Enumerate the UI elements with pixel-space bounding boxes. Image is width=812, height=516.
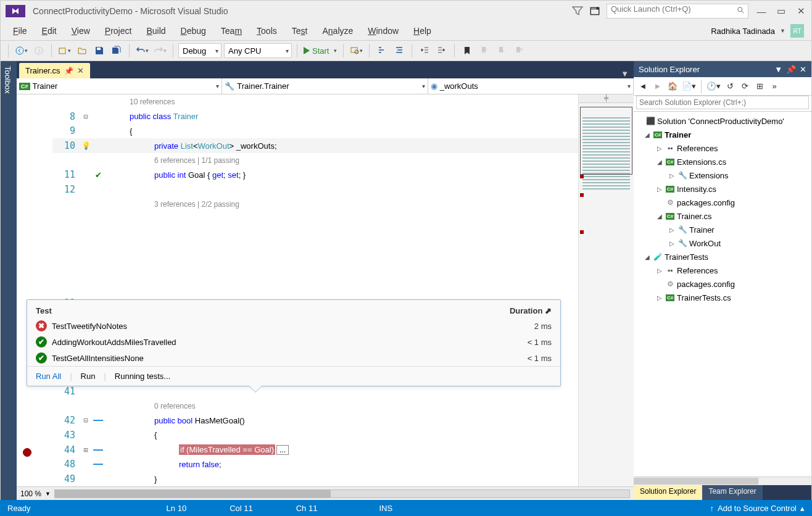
run-link[interactable]: Run [81, 372, 96, 381]
class-node[interactable]: ▷🔧Extensions [634, 169, 811, 182]
publish-icon[interactable]: ↑ [710, 504, 715, 513]
chevron-down-icon[interactable]: ▼ [780, 28, 785, 34]
source-control-link[interactable]: Add to Source Control [718, 504, 797, 513]
tree-scrollbar[interactable] [634, 476, 811, 485]
popout-icon[interactable]: ⬈ [545, 306, 552, 315]
next-bookmark-button[interactable] [494, 43, 509, 58]
file-node[interactable]: ⚙packages.config [634, 196, 811, 209]
menu-debug[interactable]: Debug [173, 23, 213, 38]
pin-icon[interactable]: 📌 [786, 65, 796, 74]
file-node[interactable]: ▷C#TrainerTests.cs [634, 291, 811, 304]
tabs-dropdown-icon[interactable]: ▼ [616, 69, 634, 78]
avatar[interactable]: RT [790, 24, 804, 38]
menu-team[interactable]: Team [213, 23, 249, 38]
file-node[interactable]: ⚙packages.config [634, 277, 811, 291]
file-node[interactable]: ◢C#Extensions.cs [634, 155, 811, 169]
test-row[interactable]: ✔TestGetAllIntensitiesNone< 1 ms [27, 350, 560, 366]
fwd-button[interactable]: ► [651, 80, 665, 93]
solution-explorer-header[interactable]: Solution Explorer ▼ 📌 ✕ [634, 61, 811, 77]
start-button[interactable]: Start▾ [302, 43, 338, 58]
bookmark-button[interactable] [460, 43, 474, 58]
platform-combo[interactable]: Any CPU [224, 43, 292, 58]
menu-tools[interactable]: Tools [249, 23, 284, 38]
notifications-icon[interactable] [589, 6, 600, 17]
close-button[interactable]: ✕ [794, 4, 808, 18]
references-node[interactable]: ▷▪▪References [634, 141, 811, 155]
code-editor[interactable]: 10 references 8⊟public class Trainer 9{ … [17, 94, 634, 486]
menu-edit[interactable]: Edit [35, 23, 64, 38]
pin-icon[interactable]: 📌 [64, 67, 73, 75]
codelens[interactable]: 6 references | 1/1 passing [105, 154, 239, 167]
open-file-button[interactable] [75, 43, 89, 58]
menu-file[interactable]: File [6, 23, 35, 38]
prev-bookmark-button[interactable] [477, 43, 492, 58]
split-icon[interactable]: ╪ [579, 94, 634, 103]
nav-member-combo[interactable]: ◉_workOuts [428, 78, 634, 94]
indent-right-button[interactable] [434, 43, 449, 58]
codelens[interactable]: 3 references | 2/2 passing [105, 198, 239, 210]
nav-fwd-button[interactable] [31, 43, 46, 58]
codelens[interactable]: 10 references [105, 96, 175, 108]
chevron-down-icon[interactable]: ▼ [774, 65, 782, 74]
class-node[interactable]: ▷🔧WorkOut [634, 236, 811, 250]
filter-icon[interactable] [572, 6, 583, 17]
nav-scope-combo[interactable]: C#Trainer [17, 78, 222, 94]
project-node[interactable]: ◢C#Trainer [634, 128, 811, 141]
file-node[interactable]: ◢C#Trainer.cs [634, 209, 811, 223]
references-node[interactable]: ▷▪▪References [634, 264, 811, 277]
chevron-down-icon[interactable]: ▼ [45, 491, 51, 497]
collapse-icon[interactable]: ⟳ [738, 80, 752, 93]
lightbulb-icon[interactable]: 💡 [81, 141, 91, 150]
nav-back-button[interactable]: ▾ [14, 43, 29, 58]
run-all-link[interactable]: Run All [36, 372, 61, 381]
toolbox-tab[interactable]: Toolbox [1, 61, 17, 500]
overview-ruler[interactable]: ╪ [578, 94, 634, 486]
solution-node[interactable]: ⬛Solution 'ConnectProductivityDemo' [634, 114, 811, 128]
minimize-button[interactable]: — [755, 4, 768, 18]
nav-type-combo[interactable]: 🔧Trainer.Trainer [222, 78, 428, 94]
step-into-button[interactable] [375, 43, 389, 58]
back-button[interactable]: ◄ [636, 80, 650, 93]
indent-left-button[interactable] [417, 43, 432, 58]
maximize-button[interactable]: ▭ [774, 4, 788, 18]
breakpoint-icon[interactable] [23, 448, 31, 457]
find-button[interactable]: ▾ [349, 43, 364, 58]
close-icon[interactable]: ✕ [800, 65, 806, 74]
user-name[interactable]: Radhika Tadinada [711, 27, 775, 36]
more-icon[interactable]: » [768, 80, 781, 93]
file-node[interactable]: ▷C#Intensity.cs [634, 182, 811, 196]
step-over-button[interactable] [392, 43, 407, 58]
menu-test[interactable]: Test [284, 23, 315, 38]
zoom-level[interactable]: 100 % [20, 489, 41, 498]
solution-search-input[interactable] [636, 96, 809, 109]
history-icon[interactable]: 🕐▾ [705, 80, 722, 93]
menu-build[interactable]: Build [139, 23, 173, 38]
test-row[interactable]: ✔AddingWorkoutAddsMilesTravelled< 1 ms [27, 334, 560, 350]
project-node[interactable]: ◢🧪TrainerTests [634, 250, 811, 264]
tab-solution-explorer[interactable]: Solution Explorer [634, 485, 702, 500]
menu-view[interactable]: View [64, 23, 97, 38]
menu-help[interactable]: Help [406, 23, 439, 38]
menu-window[interactable]: Window [360, 23, 406, 38]
chevron-up-icon[interactable]: ▴ [800, 504, 805, 513]
menu-project[interactable]: Project [97, 23, 139, 38]
test-row[interactable]: ✖TestTweetifyNoNotes2 ms [27, 318, 560, 334]
codelens[interactable]: 0 references [105, 400, 196, 412]
menu-analyze[interactable]: Analyze [315, 23, 360, 38]
clear-bookmarks-button[interactable] [512, 43, 526, 58]
tab-team-explorer[interactable]: Team Explorer [702, 485, 762, 500]
save-all-button[interactable] [109, 43, 124, 58]
new-project-button[interactable]: ▾ [57, 43, 72, 58]
home-icon[interactable]: 🏠 [666, 80, 679, 93]
close-tab-icon[interactable]: ✕ [77, 66, 84, 75]
show-all-icon[interactable]: ⊞ [753, 80, 766, 93]
config-combo[interactable]: Debug [178, 43, 222, 58]
save-button[interactable] [92, 43, 107, 58]
redo-button[interactable]: ▾ [152, 43, 168, 58]
quick-launch-input[interactable]: Quick Launch (Ctrl+Q) [607, 4, 748, 19]
undo-button[interactable]: ▾ [135, 43, 150, 58]
horizontal-scrollbar[interactable] [54, 489, 630, 498]
class-node[interactable]: ▷🔧Trainer [634, 223, 811, 236]
refresh-icon[interactable]: ↺ [723, 80, 737, 93]
doc-tab-trainer[interactable]: Trainer.cs 📌 ✕ [19, 63, 90, 78]
